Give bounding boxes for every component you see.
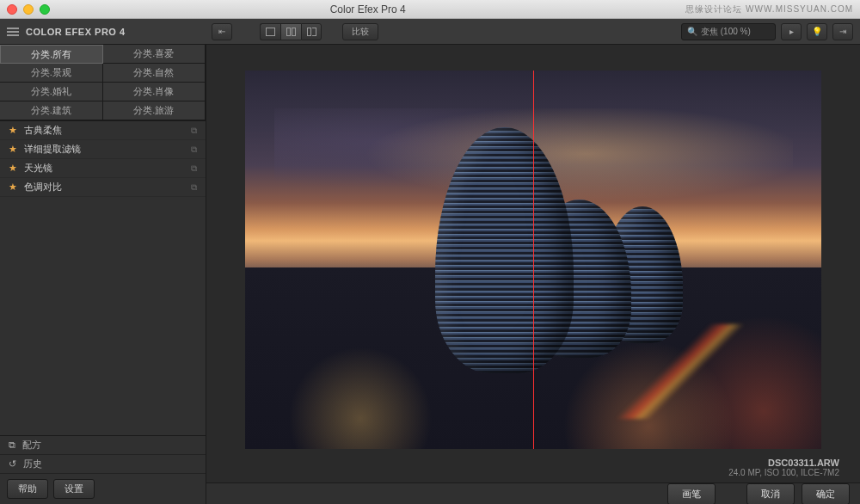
compare-button[interactable]: 比较 [342,23,378,40]
category-cell[interactable]: 分类.喜爱 [103,45,206,64]
zoom-search[interactable]: 🔍 变焦 (100 %) [681,23,776,40]
category-cell[interactable]: 分类.自然 [103,64,206,83]
category-cell[interactable]: 分类.建筑 [0,101,103,120]
filter-label: 天光镜 [24,162,52,175]
history-label: 历史 [23,458,42,470]
clone-icon[interactable]: ⧉ [191,126,197,136]
clone-icon[interactable]: ⧉ [191,144,197,155]
close-icon[interactable] [7,4,17,15]
recipe-row[interactable]: ⧉ 配方 [0,436,206,455]
star-icon[interactable]: ★ [9,125,17,136]
sidebar: 分类.所有分类.喜爱分类.景观分类.自然分类.婚礼分类.肖像分类.建筑分类.旅游… [0,45,206,504]
minimize-icon[interactable] [23,4,34,15]
filter-item[interactable]: ★详细提取滤镜⧉ [0,140,206,159]
category-cell[interactable]: 分类.景观 [0,64,103,83]
file-name: DSC03311.ARW [227,458,839,468]
category-grid: 分类.所有分类.喜爱分类.景观分类.自然分类.婚礼分类.肖像分类.建筑分类.旅游 [0,45,206,121]
zoom-next-button[interactable]: ▸ [781,23,802,40]
panel-toggle-right-button[interactable]: ⇥ [832,23,853,40]
search-icon: 🔍 [687,27,697,36]
toolbar: COLOR EFEX PRO 4 ⇤ 比较 🔍 变焦 (100 %) ▸ 💡 ⇥ [0,19,860,45]
help-button[interactable]: 帮助 [7,479,48,499]
file-meta: 24.0 MP, ISO 100, ILCE-7M2 [227,468,839,477]
canvas-area: ⤵ DSC03311.ARW 24.0 MP, ISO 100, ILCE-7M… [206,45,860,504]
clone-icon[interactable]: ⧉ [191,163,197,174]
view-split-button[interactable] [280,23,301,40]
view-single-button[interactable] [260,23,280,40]
filter-label: 古典柔焦 [24,124,62,137]
view-side-button[interactable] [301,23,322,40]
split-divider[interactable] [533,71,534,449]
zoom-label: 变焦 (100 %) [701,26,751,38]
watermark: 思缘设计论坛 WWW.MISSYUAN.COM [685,3,853,15]
filter-list: ★古典柔焦⧉★详细提取滤镜⧉★天光镜⧉★色调对比⧉ [0,121,206,435]
filter-label: 详细提取滤镜 [24,143,81,156]
filter-item[interactable]: ★色调对比⧉ [0,178,206,197]
lightbulb-button[interactable]: 💡 [807,23,827,40]
footer-bar: 画笔 取消 确定 [206,482,860,504]
window-title: Color Efex Pro 4 [50,3,685,15]
category-cell[interactable]: 分类.婚礼 [0,83,103,101]
panel-toggle-left-button[interactable]: ⇤ [212,23,232,40]
brush-button[interactable]: 画笔 [667,483,716,504]
category-cell[interactable]: 分类.肖像 [103,83,206,101]
menu-icon[interactable] [7,28,19,36]
cancel-button[interactable]: 取消 [746,483,795,504]
star-icon[interactable]: ★ [9,144,17,155]
window-controls [7,4,50,15]
category-cell[interactable]: 分类.旅游 [103,101,206,120]
titlebar: Color Efex Pro 4 思缘设计论坛 WWW.MISSYUAN.COM [0,0,860,19]
star-icon[interactable]: ★ [9,163,17,174]
preview-image[interactable] [245,71,821,449]
file-info: DSC03311.ARW 24.0 MP, ISO 100, ILCE-7M2 [206,458,860,482]
star-icon[interactable]: ★ [9,181,17,193]
recipe-label: 配方 [22,439,41,452]
app-brand: COLOR EFEX PRO 4 [26,27,126,37]
category-cell[interactable]: 分类.所有 [0,45,103,64]
clone-icon[interactable]: ⧉ [191,182,197,193]
filter-item[interactable]: ★古典柔焦⧉ [0,121,206,140]
zoom-icon[interactable] [40,4,50,15]
filter-label: 色调对比 [24,181,62,194]
view-mode-group [260,23,322,40]
history-row[interactable]: ↺ 历史 [0,455,206,474]
ok-button[interactable]: 确定 [802,483,850,504]
recipe-icon: ⧉ [9,439,15,451]
settings-button[interactable]: 设置 [53,479,95,499]
history-icon: ↺ [9,458,16,470]
filter-item[interactable]: ★天光镜⧉ [0,159,206,178]
